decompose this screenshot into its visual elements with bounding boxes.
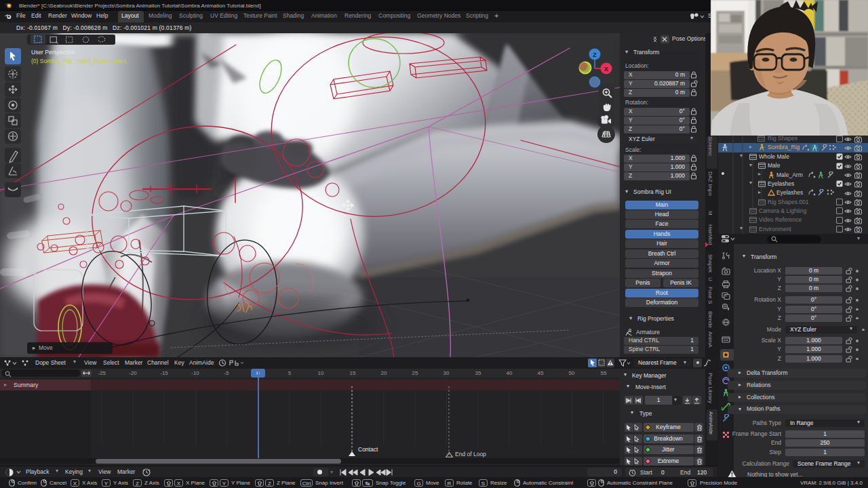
svg-text:Z: Z	[593, 52, 597, 58]
svg-text:X: X	[604, 66, 608, 73]
